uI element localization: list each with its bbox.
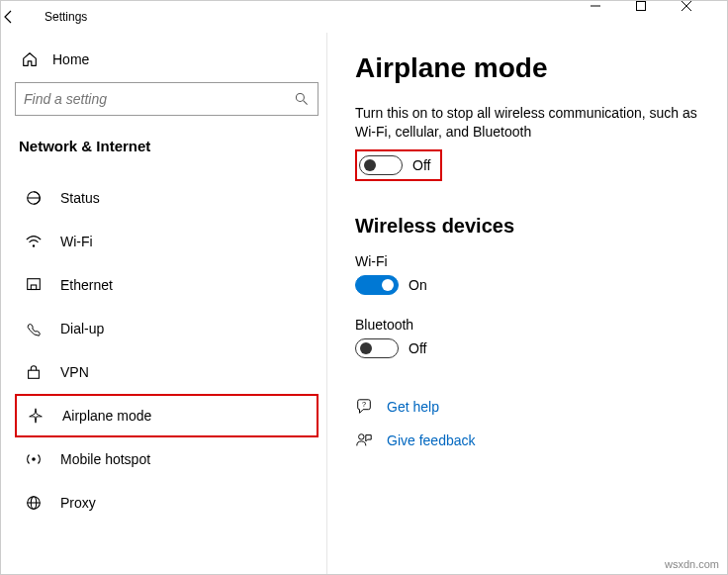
- sidebar-item-dialup[interactable]: Dial-up: [15, 307, 318, 350]
- svg-line-5: [304, 101, 308, 105]
- sidebar-item-label: Wi-Fi: [60, 234, 93, 249]
- proxy-icon: [25, 494, 43, 512]
- sidebar-item-airplane[interactable]: Airplane mode: [15, 394, 318, 437]
- svg-point-12: [32, 457, 36, 461]
- sidebar-item-hotspot[interactable]: Mobile hotspot: [15, 437, 318, 481]
- wifi-icon: [25, 233, 43, 250]
- sidebar-item-label: Ethernet: [60, 277, 113, 293]
- help-icon: ?: [355, 398, 373, 416]
- sidebar-item-label: VPN: [60, 364, 89, 380]
- sidebar-item-label: Proxy: [60, 495, 96, 511]
- svg-rect-9: [28, 279, 41, 290]
- page-description: Turn this on to stop all wireless commun…: [355, 104, 699, 142]
- sidebar-item-label: Status: [60, 190, 100, 206]
- status-icon: [25, 189, 43, 207]
- search-input[interactable]: [24, 91, 294, 107]
- hotspot-icon: [25, 450, 43, 468]
- feedback-icon: [355, 431, 373, 449]
- wireless-heading: Wireless devices: [355, 215, 699, 238]
- wifi-toggle-state: On: [409, 277, 427, 293]
- sidebar-item-label: Airplane mode: [62, 408, 151, 424]
- vpn-icon: [25, 363, 43, 381]
- svg-point-17: [359, 433, 364, 438]
- ethernet-icon: [25, 276, 43, 294]
- wifi-label: Wi-Fi: [355, 253, 699, 269]
- titlebar: Settings: [1, 1, 727, 33]
- svg-point-8: [33, 244, 35, 246]
- give-feedback-label: Give feedback: [387, 432, 476, 448]
- minimize-button[interactable]: [591, 1, 636, 33]
- page-title: Airplane mode: [355, 52, 699, 84]
- svg-rect-1: [637, 2, 646, 11]
- sidebar-item-proxy[interactable]: Proxy: [15, 481, 318, 525]
- sidebar-item-vpn[interactable]: VPN: [15, 350, 318, 394]
- bluetooth-label: Bluetooth: [355, 317, 699, 333]
- sidebar-item-ethernet[interactable]: Ethernet: [15, 263, 318, 307]
- home-nav[interactable]: Home: [15, 43, 318, 82]
- svg-point-4: [296, 93, 304, 101]
- window-controls: [591, 1, 727, 33]
- home-label: Home: [52, 51, 89, 67]
- window-title: Settings: [41, 10, 591, 24]
- home-icon: [21, 50, 39, 68]
- airplane-toggle-row: Off: [355, 149, 442, 181]
- dialup-icon: [25, 320, 43, 337]
- sidebar-item-status[interactable]: Status: [15, 176, 318, 220]
- sidebar-item-wifi[interactable]: Wi-Fi: [15, 220, 318, 263]
- airplane-toggle-state: Off: [412, 157, 430, 173]
- get-help-label: Get help: [387, 399, 439, 415]
- sidebar-item-label: Mobile hotspot: [60, 451, 150, 467]
- svg-rect-10: [31, 285, 36, 290]
- watermark: wsxdn.com: [665, 558, 719, 570]
- search-icon: [294, 91, 310, 107]
- svg-rect-11: [29, 370, 40, 378]
- search-box[interactable]: [15, 82, 318, 116]
- back-button[interactable]: [1, 9, 41, 25]
- main-content: Airplane mode Turn this on to stop all w…: [327, 33, 727, 574]
- section-heading: Network & Internet: [15, 138, 318, 154]
- maximize-button[interactable]: [636, 1, 682, 33]
- close-button[interactable]: [682, 1, 727, 33]
- airplane-icon: [27, 407, 45, 425]
- svg-text:?: ?: [362, 400, 366, 409]
- bluetooth-toggle-state: Off: [409, 340, 426, 356]
- get-help-link[interactable]: ? Get help: [355, 398, 699, 416]
- airplane-toggle[interactable]: [359, 155, 403, 175]
- give-feedback-link[interactable]: Give feedback: [355, 431, 699, 449]
- sidebar-item-label: Dial-up: [60, 321, 104, 336]
- wifi-toggle[interactable]: [355, 275, 399, 295]
- bluetooth-toggle[interactable]: [355, 338, 399, 358]
- sidebar: Home Network & Internet Status Wi-Fi Eth…: [1, 33, 327, 574]
